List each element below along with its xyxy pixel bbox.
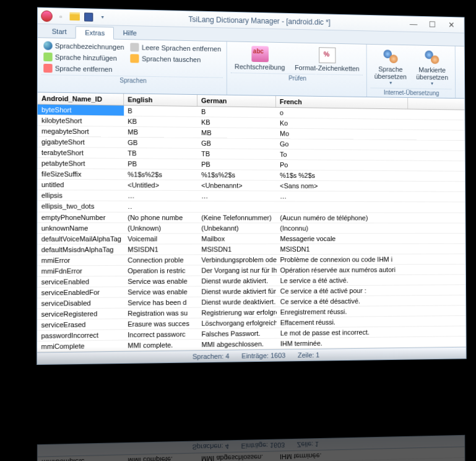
format-zeichenketten-button[interactable]: Format-Zeichenketten	[291, 45, 363, 73]
cell[interactable]: (No phone numbe	[124, 213, 197, 222]
minimize-button[interactable]: —	[407, 19, 421, 29]
cell[interactable]: fileSizeSuffix	[38, 169, 124, 179]
cell[interactable]: Opération réservée aux numéros autori	[277, 265, 409, 275]
new-button[interactable]: ▫	[54, 10, 67, 23]
cell[interactable]: <Unbenannt>	[197, 180, 276, 191]
app-icon[interactable]	[40, 9, 53, 22]
cell[interactable]: Ce service a été désactivé.	[277, 296, 409, 306]
cell[interactable]: PB	[124, 159, 197, 169]
cell[interactable]: Der Vorgang ist nur für Ihre zugela	[197, 265, 276, 276]
col-french[interactable]: French	[276, 96, 408, 109]
cell[interactable]: (Inconnu)	[276, 223, 409, 233]
cell[interactable]: Incorrect passworc	[124, 329, 197, 340]
leere-sprachen-entfernen-button[interactable]: Leere Sprachen entfernen	[129, 42, 223, 54]
markierte-uebersetzen-button[interactable]: Markierte übersetzen ▾	[412, 48, 451, 87]
cell[interactable]	[197, 201, 276, 212]
cell[interactable]: <Untitled>	[124, 180, 197, 190]
cell[interactable]: Service was enable	[124, 287, 197, 297]
table-row[interactable]: unknownName(Unknown)(Unbekannt)(Inconnu)	[37, 223, 465, 234]
cell[interactable]: MB	[124, 127, 197, 138]
tab-start[interactable]: Start	[43, 25, 76, 38]
cell[interactable]: mmiError	[37, 255, 124, 266]
cell[interactable]: o	[276, 108, 408, 119]
cell[interactable]: passwordIncorrect	[37, 330, 124, 341]
save-button[interactable]	[82, 11, 95, 24]
cell[interactable]: Po	[276, 160, 409, 170]
cell[interactable]: Service was enable	[124, 276, 197, 287]
cell[interactable]: untitled	[38, 180, 124, 190]
cell[interactable]: Mo	[276, 128, 408, 139]
cell[interactable]: (Keine Telefonnummer)	[197, 213, 276, 222]
cell[interactable]: MMI complete.	[124, 340, 197, 351]
cell[interactable]: ellipsis	[38, 190, 124, 201]
cell[interactable]: MB	[197, 128, 276, 138]
sprache-hinzufuegen-button[interactable]: Sprache hinzufügen	[41, 52, 126, 64]
cell[interactable]: %1$s%2$s	[124, 169, 197, 180]
cell[interactable]: ellipsis_two_dots	[38, 201, 124, 212]
table-row[interactable]: ellipsis_two_dots‥	[38, 201, 465, 213]
cell[interactable]: B	[197, 107, 276, 118]
cell[interactable]: Löschvorgang erfolgreich.	[197, 318, 276, 328]
cell[interactable]: Dienst wurde aktiviert.	[197, 276, 276, 286]
cell[interactable]: GB	[197, 138, 276, 149]
cell[interactable]: petabyteShort	[38, 158, 124, 169]
cell[interactable]: MSISDN1	[277, 244, 409, 254]
cell[interactable]	[276, 202, 409, 213]
table-row[interactable]: ellipsis………	[38, 190, 465, 202]
table-row[interactable]: defaultMsisdnAlphaTagMSISDN1MSISDN1MSISD…	[37, 244, 465, 255]
cell[interactable]: Go	[276, 139, 408, 150]
cell[interactable]: Service has been d	[124, 297, 197, 308]
cell[interactable]: <Sans nom>	[276, 181, 409, 191]
col-id[interactable]: Android_Name_ID	[38, 92, 124, 105]
cell[interactable]: Enregistrement réussi.	[277, 306, 409, 317]
cell[interactable]: kilobyteShort	[38, 115, 124, 126]
cell[interactable]: …	[124, 191, 197, 201]
cell[interactable]: megabyteShort	[38, 126, 124, 137]
sprache-uebersetzen-button[interactable]: Sprache übersetzen ▾	[371, 47, 410, 87]
cell[interactable]: Effacement réussi.	[277, 317, 409, 328]
cell[interactable]: terabyteShort	[38, 147, 124, 158]
rechtschreibung-button[interactable]: Rechtschreibung	[231, 44, 288, 72]
cell[interactable]: (Unknown)	[124, 223, 197, 233]
cell[interactable]: Le service a été activé.	[277, 275, 409, 286]
cell[interactable]: gigabyteShort	[38, 137, 124, 147]
cell[interactable]: TB	[124, 148, 197, 159]
cell[interactable]: MSISDN1	[197, 244, 276, 254]
cell[interactable]: emptyPhoneNumber	[38, 213, 124, 222]
cell[interactable]: serviceEnabled	[37, 276, 124, 287]
cell[interactable]: Dienst wurde aktiviert für:	[197, 286, 276, 297]
cell[interactable]: serviceEnabledFor	[37, 287, 124, 297]
cell[interactable]: Mailbox	[197, 234, 276, 244]
cell[interactable]: (Aucun numéro de téléphone)	[276, 213, 409, 222]
cell[interactable]: GB	[124, 138, 197, 148]
table-row[interactable]: defaultVoiceMailAlphaTagVoicemailMailbox…	[37, 234, 465, 245]
cell[interactable]: MMI complete.	[124, 454, 197, 461]
cell[interactable]: KB	[197, 117, 276, 128]
cell[interactable]: Falsches Passwort.	[197, 328, 276, 339]
cell[interactable]: byteShort	[38, 105, 124, 116]
cell[interactable]: B	[124, 106, 197, 117]
cell[interactable]: mmiComplete	[37, 340, 124, 351]
cell[interactable]: MMI abgeschlossen.	[197, 339, 276, 350]
cell[interactable]: serviceRegistered	[37, 309, 124, 320]
cell[interactable]: Erasure was succes	[124, 318, 197, 329]
cell[interactable]: Le mot de passe est incorrect.	[277, 327, 409, 338]
sprachen-tauschen-button[interactable]: Sprachen tauschen	[129, 53, 223, 65]
cell[interactable]: Connection proble	[124, 255, 197, 265]
cell[interactable]: Dienst wurde deaktiviert.	[197, 297, 276, 307]
cell[interactable]: …	[197, 191, 276, 201]
tab-extras[interactable]: Extras	[76, 26, 114, 39]
cell[interactable]: PB	[197, 159, 276, 170]
cell[interactable]: Registrierung war erfolgreich.	[197, 307, 276, 318]
cell[interactable]: defaultMsisdnAlphaTag	[37, 244, 124, 255]
cell[interactable]: Voicemail	[124, 234, 197, 244]
cell[interactable]: %1$s %2$s	[276, 170, 409, 181]
open-button[interactable]	[68, 10, 81, 23]
cell[interactable]: …	[276, 191, 409, 202]
cell[interactable]: mmiFdnError	[37, 266, 124, 276]
sprache-entfernen-button[interactable]: Sprache entfernen	[41, 63, 126, 74]
sprachbezeichnungen-button[interactable]: Sprachbezeichnungen	[41, 40, 126, 52]
cell[interactable]: Registration was su	[124, 308, 197, 318]
col-german[interactable]: German	[197, 95, 276, 107]
cell[interactable]: MSISDN1	[124, 244, 197, 254]
